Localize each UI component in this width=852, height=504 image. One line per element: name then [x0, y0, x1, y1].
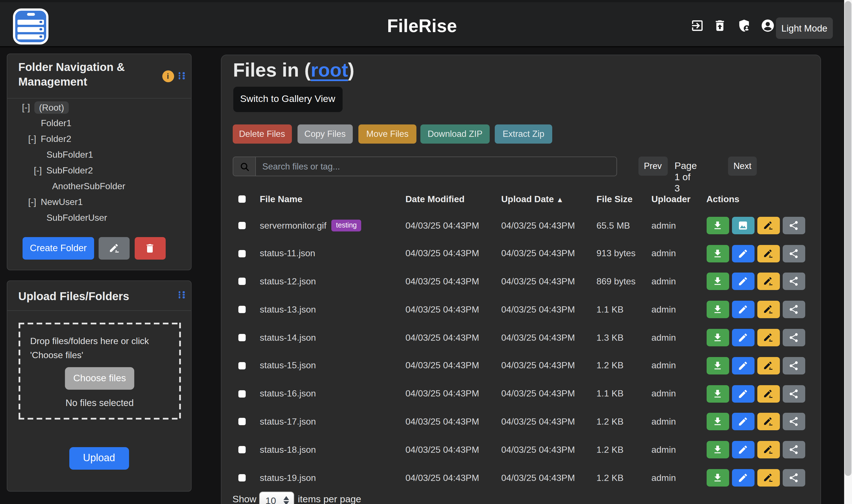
col-file-name[interactable]: File Name [260, 187, 302, 212]
download-button[interactable] [706, 217, 729, 234]
move-files-button[interactable]: Move Files [359, 124, 416, 144]
download-button[interactable] [706, 357, 729, 375]
download-zip-button[interactable]: Download ZIP [420, 124, 490, 144]
edit-button[interactable] [732, 385, 754, 402]
drag-handle-icon[interactable] [178, 291, 185, 299]
download-button[interactable] [706, 385, 729, 402]
items-per-page-select[interactable]: 10 [259, 491, 294, 504]
row-checkbox[interactable] [238, 250, 245, 257]
col-upload-date[interactable]: Upload Date ▲ [501, 187, 563, 212]
download-button[interactable] [706, 441, 729, 459]
share-button[interactable] [782, 245, 805, 262]
file-name[interactable]: servermonitor.giftesting [260, 212, 361, 240]
tree-item-folder2[interactable]: [-]Folder2 [7, 131, 191, 147]
rename-button[interactable] [757, 385, 780, 402]
row-checkbox[interactable] [238, 418, 245, 426]
rename-button[interactable] [757, 357, 780, 375]
rename-button[interactable] [757, 217, 780, 234]
row-checkbox[interactable] [238, 222, 245, 229]
rename-folder-button[interactable] [99, 237, 129, 259]
share-button[interactable] [782, 413, 805, 431]
row-checkbox[interactable] [238, 334, 245, 341]
share-button[interactable] [782, 329, 805, 346]
col-uploader[interactable]: Uploader [651, 187, 691, 212]
create-folder-button[interactable]: Create Folder [22, 237, 94, 259]
share-button[interactable] [782, 273, 805, 290]
edit-button[interactable] [732, 413, 754, 431]
file-name[interactable]: status-18.json [260, 436, 316, 464]
rename-button[interactable] [757, 329, 780, 346]
row-checkbox[interactable] [238, 446, 245, 454]
admin-shield-icon[interactable] [737, 19, 751, 33]
file-name[interactable]: status-19.json [260, 464, 316, 492]
row-checkbox[interactable] [238, 278, 245, 285]
edit-button[interactable] [732, 273, 754, 290]
download-button[interactable] [706, 329, 729, 346]
edit-button[interactable] [732, 357, 754, 375]
download-button[interactable] [706, 469, 729, 487]
share-button[interactable] [782, 469, 805, 487]
file-name[interactable]: status-11.json [260, 240, 315, 268]
col-file-size[interactable]: File Size [596, 187, 632, 212]
edit-button[interactable] [732, 301, 754, 319]
tree-item-subfolder1[interactable]: SubFolder1 [7, 147, 191, 163]
tree-item-anothersubfolder[interactable]: AnotherSubFolder [7, 179, 191, 194]
info-icon[interactable]: i [162, 70, 174, 82]
dropzone[interactable]: Drop files/folders here or click 'Choose… [18, 323, 181, 419]
edit-button[interactable] [732, 329, 754, 346]
drag-handle-icon[interactable] [178, 72, 185, 79]
share-button[interactable] [782, 217, 805, 234]
tree-item-newuser1[interactable]: [-]NewUser1 [7, 194, 191, 210]
row-checkbox[interactable] [238, 362, 245, 370]
scrollbar-track[interactable] [844, 0, 852, 504]
tree-item-root[interactable]: [-](Root) [7, 100, 191, 115]
tree-item-subfolder2[interactable]: [-]SubFolder2 [7, 163, 191, 179]
tree-item-folder1[interactable]: Folder1 [7, 115, 191, 131]
rename-button[interactable] [757, 441, 780, 459]
edit-button[interactable] [732, 245, 754, 262]
tree-item-subfolderuser[interactable]: SubFolderUser [7, 210, 191, 226]
row-checkbox[interactable] [238, 390, 245, 397]
col-date-modified[interactable]: Date Modified [405, 187, 465, 212]
next-page-button[interactable]: Next [728, 157, 757, 176]
delete-folder-button[interactable] [134, 237, 166, 259]
rename-button[interactable] [757, 413, 780, 431]
row-checkbox[interactable] [238, 474, 245, 482]
light-mode-button[interactable]: Light Mode [776, 17, 833, 39]
row-checkbox[interactable] [238, 306, 245, 313]
root-link[interactable]: root [311, 59, 348, 80]
file-name[interactable]: status-13.json [260, 296, 316, 324]
logout-icon[interactable] [690, 19, 705, 33]
share-button[interactable] [782, 441, 805, 459]
trash-restore-icon[interactable] [713, 19, 727, 33]
edit-button[interactable] [732, 441, 754, 459]
preview-image-button[interactable] [732, 217, 754, 234]
file-name[interactable]: status-15.json [260, 352, 316, 380]
file-name[interactable]: status-17.json [260, 408, 316, 436]
prev-page-button[interactable]: Prev [638, 157, 667, 176]
copy-files-button[interactable]: Copy Files [297, 124, 353, 144]
share-button[interactable] [782, 357, 805, 375]
search-input[interactable] [256, 157, 617, 176]
switch-gallery-view-button[interactable]: Switch to Gallery View [233, 87, 342, 112]
download-button[interactable] [706, 245, 729, 262]
account-icon[interactable] [761, 19, 775, 33]
file-name[interactable]: status-14.json [260, 324, 316, 352]
share-button[interactable] [782, 385, 805, 402]
download-button[interactable] [706, 301, 729, 319]
rename-button[interactable] [757, 245, 780, 262]
file-name[interactable]: status-16.json [260, 380, 316, 408]
scrollbar-thumb[interactable] [845, 1, 851, 476]
edit-button[interactable] [732, 469, 754, 487]
delete-files-button[interactable]: Delete Files [232, 124, 292, 144]
select-all-checkbox[interactable] [238, 195, 245, 203]
rename-button[interactable] [757, 301, 780, 319]
extract-zip-button[interactable]: Extract Zip [495, 124, 552, 144]
share-button[interactable] [782, 301, 805, 319]
choose-files-button[interactable]: Choose files [65, 367, 134, 390]
rename-button[interactable] [757, 469, 780, 487]
rename-button[interactable] [757, 273, 780, 290]
download-button[interactable] [706, 273, 729, 290]
file-name[interactable]: status-12.json [260, 268, 316, 296]
download-button[interactable] [706, 413, 729, 431]
